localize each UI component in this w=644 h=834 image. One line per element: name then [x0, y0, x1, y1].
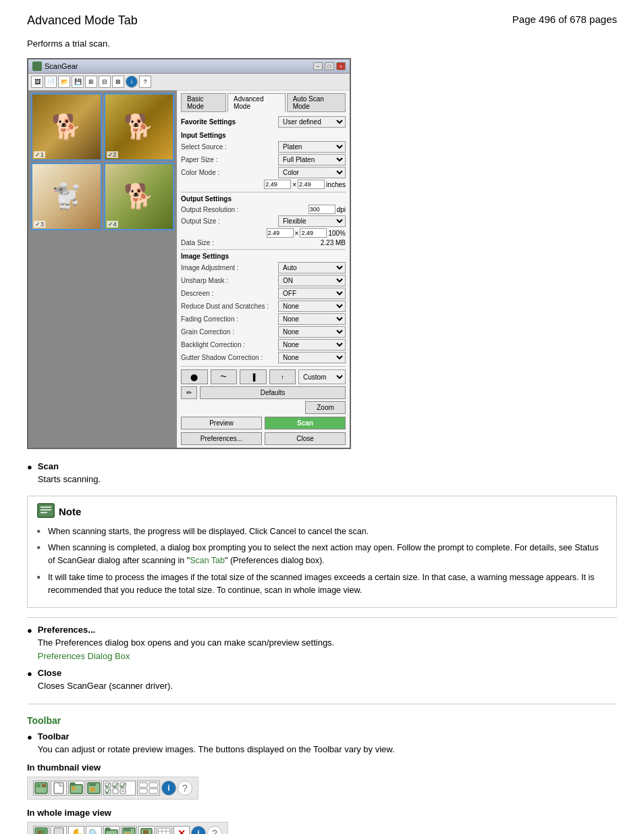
svg-rect-27	[38, 831, 42, 834]
sg-favorite-row: Favorite Settings User defined	[181, 116, 346, 128]
sg-restore-btn[interactable]: □	[325, 62, 334, 70]
close-bullet-content: Close Closes ScanGear (scanner driver).	[38, 668, 173, 693]
sg-res-unit: dpi	[337, 206, 346, 213]
tb-wi-zoom[interactable]: 🔍	[86, 826, 102, 834]
wi-new-icon	[53, 827, 64, 834]
pref-dialog-link[interactable]: Preferences Dialog Box	[38, 651, 130, 661]
intro-text: Performs a trial scan.	[27, 38, 617, 49]
sg-unsharp-value[interactable]: ON	[278, 275, 346, 286]
sg-dust-value[interactable]: None	[278, 301, 346, 312]
note-title: Note	[59, 506, 81, 517]
sg-tool-scan[interactable]: 🖼	[31, 76, 43, 88]
sg-paper-size-value[interactable]: Full Platen	[278, 154, 346, 165]
sg-output-res-row: Output Resolution : dpi	[181, 205, 346, 214]
sg-thumb-label-1: ✓1	[34, 151, 45, 158]
tb-wi-delete[interactable]: ✕	[173, 826, 190, 834]
sg-pencil-row: ✏ Defaults	[181, 386, 346, 399]
sg-color-arrow-btn[interactable]: ↑	[269, 369, 296, 384]
tb-info[interactable]: i	[161, 781, 176, 796]
sg-dimensions-value: × inches	[264, 180, 346, 189]
sg-dim-h[interactable]	[298, 180, 325, 189]
sg-favorite-select[interactable]: User defined	[278, 116, 346, 128]
sg-close-btn[interactable]: ×	[336, 62, 346, 70]
sg-tool-grid2[interactable]: ⊟	[99, 76, 111, 88]
toolbar-label: Toolbar	[38, 731, 395, 741]
tb-new-doc[interactable]	[51, 781, 67, 796]
sg-grain-value[interactable]: None	[278, 326, 346, 338]
sg-defaults-btn[interactable]: Defaults	[200, 386, 346, 399]
tb-wi-hand[interactable]: ✋	[68, 826, 84, 834]
sg-img-adj-value[interactable]: Auto	[278, 262, 346, 273]
wi-rotate-icon	[140, 827, 153, 834]
sg-preferences-btn[interactable]: Preferences...	[181, 432, 262, 445]
sg-output-dims-value: × 100%	[267, 228, 346, 238]
tb-scan-img[interactable]	[33, 781, 49, 796]
sg-tool-grid3[interactable]: ⊠	[112, 76, 124, 88]
tb-grid-small[interactable]	[137, 781, 160, 796]
tb-checkboxes[interactable]	[103, 781, 136, 796]
sg-gutter-value[interactable]: None	[278, 352, 346, 363]
tb-save[interactable]	[86, 781, 102, 796]
tb-open[interactable]	[68, 781, 84, 796]
sg-data-size-row: Data Size : 2.23 MB	[181, 239, 346, 246]
tb-wi-open[interactable]	[103, 826, 119, 834]
tb-wi-info[interactable]: i	[191, 826, 206, 834]
sg-tab-basic[interactable]: Basic Mode	[181, 93, 226, 112]
tb-wi-help[interactable]: ?	[207, 826, 222, 834]
sg-color-circle-btn[interactable]: ⬤	[181, 369, 208, 384]
tb-wi-save[interactable]	[121, 826, 137, 834]
sg-color-mode-value[interactable]: Color	[278, 167, 346, 178]
tb-wi-grid[interactable]	[156, 826, 172, 834]
page-title: Advanced Mode Tab	[27, 14, 138, 28]
sg-fading-value[interactable]: None	[278, 313, 346, 325]
sg-backlight-row: Backlight Correction : None	[181, 339, 346, 350]
sg-out-sep: ×	[295, 230, 299, 237]
sg-preview-btn[interactable]: Preview	[181, 417, 262, 429]
sg-settings-panel: Basic Mode Advanced Mode Auto Scan Mode …	[177, 90, 350, 448]
tb-help[interactable]: ?	[178, 781, 192, 796]
tb-wi-new[interactable]	[51, 826, 67, 834]
sg-tool-new[interactable]: 📄	[45, 76, 57, 88]
sg-minimize-btn[interactable]: −	[313, 62, 323, 70]
sg-tool-save[interactable]: 💾	[72, 76, 84, 88]
sg-color-bar-btn[interactable]: ▐	[240, 369, 267, 384]
sg-backlight-value[interactable]: None	[278, 339, 346, 350]
sg-tab-advanced[interactable]: Advanced Mode	[227, 93, 286, 112]
sg-color-mode-label: Color Mode :	[181, 169, 219, 176]
sg-tool-open[interactable]: 📂	[58, 76, 70, 88]
sg-out-h[interactable]	[300, 228, 327, 238]
sg-dim-w[interactable]	[264, 180, 291, 189]
sg-tab-auto[interactable]: Auto Scan Mode	[287, 93, 346, 112]
sg-thumb-3: 🐩 ✓3	[31, 163, 102, 230]
sg-color-curve-btn[interactable]: 〜	[211, 369, 238, 384]
tb-wi-rotate[interactable]	[138, 826, 155, 834]
sg-tool-info[interactable]: i	[126, 76, 138, 88]
toolbar-section-title: Toolbar	[27, 715, 617, 726]
whole-image-toolbar: ✋ 🔍 ✕ i ?	[27, 822, 228, 834]
tb-wi-scan[interactable]	[33, 826, 49, 834]
checkbox-grid-icon	[105, 782, 134, 794]
close-label: Close	[38, 668, 173, 678]
sg-preview-scan-row: Preview Scan	[181, 417, 346, 429]
scan-tab-link[interactable]: Scan Tab	[190, 556, 225, 565]
sg-scan-btn[interactable]: Scan	[265, 417, 346, 429]
close-bullet-dot: ●	[27, 669, 32, 679]
sg-select-source-value[interactable]: Platen	[278, 141, 346, 153]
sg-out-w[interactable]	[267, 228, 294, 238]
sg-pencil-btn[interactable]: ✏	[181, 386, 197, 399]
scan-bullet: ● Scan Starts scanning.	[27, 461, 617, 486]
sg-zoom-btn[interactable]: Zoom	[305, 401, 346, 414]
sg-descreen-value[interactable]: OFF	[278, 288, 346, 299]
sg-grain-row: Grain Correction : None	[181, 326, 346, 338]
sg-window-buttons[interactable]: − □ ×	[313, 62, 346, 70]
sg-output-size-value[interactable]: Flexible	[278, 215, 346, 227]
small-grid-icon	[138, 782, 159, 794]
sg-custom-select[interactable]: Custom	[298, 369, 346, 384]
svg-rect-7	[54, 783, 63, 793]
sg-close-window-btn[interactable]: Close	[265, 432, 346, 445]
sg-dim-unit: inches	[326, 181, 346, 188]
svg-rect-23	[139, 789, 147, 793]
sg-tool-help[interactable]: ?	[139, 76, 151, 88]
sg-res-input[interactable]	[308, 205, 336, 214]
sg-tool-grid1[interactable]: ⊞	[85, 76, 97, 88]
